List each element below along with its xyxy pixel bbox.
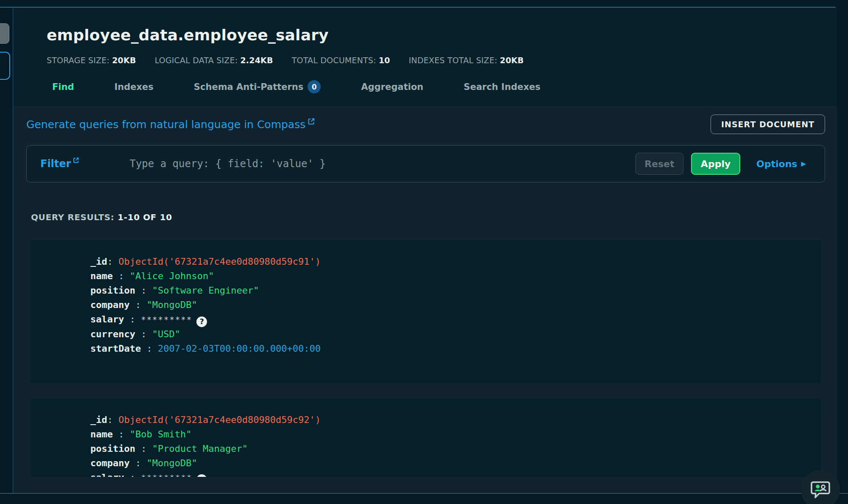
- field-salary-redacted: salary : *********?: [90, 312, 812, 327]
- field-startdate: startDate : 2007-02-03T00:00:00.000+00:0…: [90, 342, 812, 356]
- redacted-field-info-icon[interactable]: ?: [196, 316, 207, 327]
- generate-queries-link[interactable]: Generate queries from natural language i…: [26, 118, 315, 131]
- stat-total-documents: TOTAL DOCUMENTS:10: [292, 56, 390, 65]
- document-card[interactable]: _id: ObjectId('67321a7c4ee0d80980d59c91'…: [31, 240, 821, 383]
- external-link-icon: [73, 157, 79, 164]
- options-toggle[interactable]: Options ▶: [756, 159, 806, 169]
- document-card[interactable]: _id: ObjectId('67321a7c4ee0d80980d59c92'…: [31, 398, 821, 477]
- toolbar-row: Generate queries from natural language i…: [13, 106, 837, 134]
- stat-logical-data-size: LOGICAL DATA SIZE:2.24KB: [155, 56, 273, 65]
- insert-document-button[interactable]: INSERT DOCUMENT: [711, 115, 825, 134]
- chat-people-icon: [809, 478, 832, 501]
- external-link-icon: [307, 118, 315, 126]
- tab-indexes[interactable]: Indexes: [115, 80, 154, 101]
- reset-button[interactable]: Reset: [635, 153, 683, 175]
- redacted-field-info-icon[interactable]: ?: [196, 474, 207, 477]
- field-currency: currency : "USD": [90, 327, 812, 342]
- left-rail: [0, 8, 13, 493]
- page-title: employee_data.employee_salary: [47, 26, 837, 44]
- documents-list: _id: ObjectId('67321a7c4ee0d80980d59c91'…: [31, 240, 821, 477]
- apply-button[interactable]: Apply: [691, 153, 740, 175]
- collection-stats: STORAGE SIZE:20KB LOGICAL DATA SIZE:2.24…: [47, 56, 837, 65]
- tab-aggregation[interactable]: Aggregation: [361, 80, 423, 101]
- collection-header: employee_data.employee_salary STORAGE SI…: [13, 8, 837, 101]
- query-filter-bar: Filter Reset Apply Options ▶: [26, 145, 825, 182]
- field-position: position : "Software Engineer": [90, 283, 812, 298]
- stat-indexes-total-size: INDEXES TOTAL SIZE:20KB: [409, 56, 523, 65]
- tab-find[interactable]: Find: [52, 80, 74, 101]
- query-results-heading: QUERY RESULTS:1-10 OF 10: [31, 212, 837, 222]
- field-name: name : "Bob Smith": [90, 427, 812, 442]
- field-position: position : "Product Manager": [90, 442, 812, 456]
- window-bottom-border: [0, 493, 848, 494]
- left-rail-divider: [13, 8, 13, 493]
- caret-right-icon: ▶: [801, 160, 806, 168]
- collection-panel: employee_data.employee_salary STORAGE SI…: [13, 8, 837, 493]
- field-salary-redacted: salary : *********?: [90, 470, 812, 477]
- tab-search-indexes[interactable]: Search Indexes: [464, 80, 540, 101]
- field-id: _id: ObjectId('67321a7c4ee0d80980d59c92'…: [90, 413, 812, 427]
- rail-button-partial-outlined[interactable]: [0, 52, 10, 80]
- window-top-border: [0, 7, 836, 8]
- field-company: company : "MongoDB": [90, 456, 812, 470]
- stat-storage-size: STORAGE SIZE:20KB: [47, 56, 136, 65]
- find-tab-content: Generate queries from natural language i…: [13, 106, 837, 493]
- query-filter-input[interactable]: [129, 158, 635, 170]
- rail-button-partial[interactable]: [0, 23, 9, 44]
- collection-tabs: Find Indexes Schema Anti-Patterns 0 Aggr…: [47, 80, 837, 101]
- field-id: _id: ObjectId('67321a7c4ee0d80980d59c91'…: [90, 255, 812, 269]
- anti-patterns-count-badge: 0: [308, 80, 321, 93]
- filter-docs-link[interactable]: Filter: [40, 158, 79, 170]
- field-company: company : "MongoDB": [90, 298, 812, 312]
- tab-schema-anti-patterns[interactable]: Schema Anti-Patterns 0: [194, 80, 321, 101]
- field-name: name : "Alice Johnson": [90, 269, 812, 283]
